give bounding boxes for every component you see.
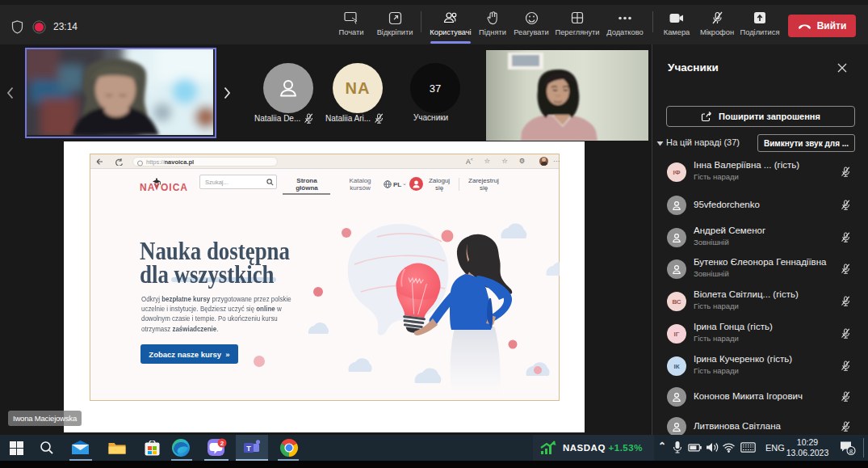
svg-text:8: 8 xyxy=(849,448,853,455)
svg-text:2: 2 xyxy=(220,439,224,446)
svg-text:T: T xyxy=(246,444,251,452)
